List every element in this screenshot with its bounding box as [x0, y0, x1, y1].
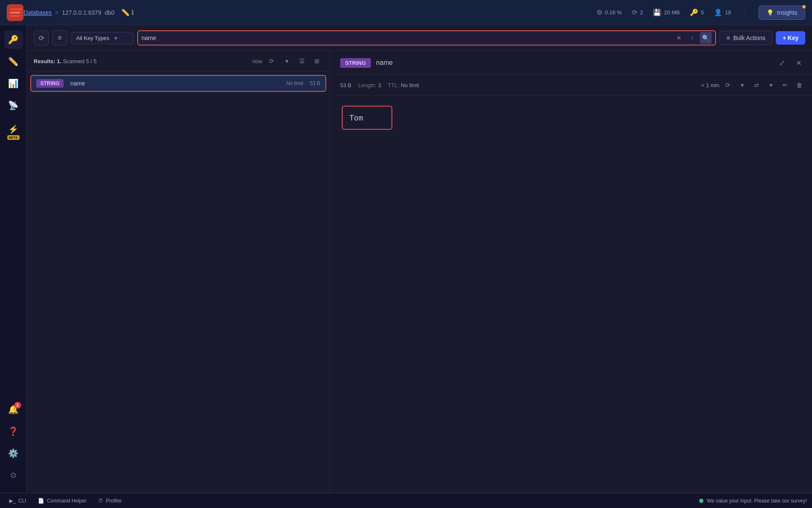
- connections-icon: ⟳: [632, 8, 637, 16]
- sidebar-item-settings[interactable]: ⚙️: [4, 444, 23, 463]
- command-helper-label: Command Helper: [47, 498, 86, 504]
- key-detail-actions: ⤢ ✕: [775, 56, 805, 70]
- header-actions: now ⟳ ▾ ☰ ⊞: [252, 55, 323, 67]
- list-refresh-button[interactable]: ⟳: [266, 55, 277, 67]
- stat-cpu: ⚙ 0.16 %: [596, 8, 622, 16]
- bulk-actions-button[interactable]: ≡ Bulk Actions: [719, 31, 772, 45]
- survey-message: We value your input. Please take our sur…: [699, 498, 807, 504]
- beta-badge: BETA: [7, 135, 19, 140]
- detail-copy-button[interactable]: ⇄: [751, 79, 762, 91]
- panel-divider[interactable]: ⋮: [330, 51, 333, 493]
- refresh-group: < 1 min ⟳ ▾ ⇄ ▾ ✏ 🗑: [701, 79, 805, 91]
- detail-copy-chevron[interactable]: ▾: [765, 79, 777, 91]
- profiler-label: Profiler: [106, 498, 122, 504]
- detail-delete-button[interactable]: 🗑: [793, 79, 805, 91]
- sidebar-bottom: 🔔 2 ❓ ⚙️ ⊙: [4, 400, 23, 488]
- key-type-select[interactable]: All Key Types ▾: [71, 32, 134, 44]
- detail-edit-button[interactable]: ✏: [779, 79, 791, 91]
- chevron-down-icon: ▾: [114, 35, 117, 41]
- svg-rect-2: [10, 12, 20, 13]
- bulk-actions-icon: ≡: [727, 35, 730, 41]
- user-icon: 👤: [714, 8, 722, 16]
- key-detail-panel: STRING name ⤢ ✕ 53 B Length: 3: [333, 51, 812, 493]
- command-helper-icon: 📄: [38, 498, 44, 504]
- edit-icon[interactable]: ✏️: [121, 8, 130, 16]
- command-helper-button[interactable]: 📄 Command Helper: [34, 496, 91, 505]
- sidebar-item-github[interactable]: ⊙: [4, 466, 23, 484]
- db-label: db0: [105, 9, 114, 16]
- detail-close-button[interactable]: ✕: [792, 56, 805, 70]
- key-ttl: No limit: [286, 80, 303, 86]
- commands-value: 18: [725, 9, 731, 16]
- key-list-header: Results: 1. Scanned 5 / 5 now ⟳ ▾ ☰ ⊞: [27, 51, 330, 72]
- cpu-icon: ⚙: [596, 8, 602, 16]
- meta-ttl: TTL: No limit: [388, 82, 419, 88]
- results-text: Results: 1. Scanned 5 / 5: [34, 58, 97, 64]
- sidebar-item-notifications[interactable]: 🔔 2: [4, 400, 23, 419]
- results-count: Results: 1.: [34, 58, 61, 64]
- search-input[interactable]: [141, 35, 673, 41]
- connections-value: 2: [640, 9, 643, 16]
- refresh-time: < 1 min: [701, 82, 719, 88]
- clear-search-button[interactable]: ✕: [673, 32, 685, 44]
- sidebar-item-pubsub[interactable]: 📡: [4, 96, 23, 115]
- refresh-icon-button[interactable]: ⟳: [34, 30, 49, 45]
- memory-value: 20 MB: [664, 9, 680, 16]
- key-detail-meta: 53 B Length: 3 TTL: No limit < 1 min ⟳: [333, 75, 812, 96]
- detail-refresh-button[interactable]: ⟳: [722, 79, 734, 91]
- add-key-label: + Key: [783, 35, 799, 41]
- length-label: Length:: [358, 82, 376, 88]
- key-type-badge: STRING: [36, 79, 64, 88]
- key-row[interactable]: STRING name No limit 53 B: [30, 75, 326, 92]
- insights-dot: [802, 5, 806, 8]
- key-detail-content: Tom: [333, 96, 812, 493]
- key-icon: 🔑: [690, 8, 698, 16]
- app-logo: [7, 4, 24, 21]
- meta-length: Length: 3: [358, 82, 381, 88]
- workbench-icon: ✏️: [8, 56, 19, 67]
- cli-label: CLI: [19, 498, 27, 504]
- cli-icon: ▶_: [9, 498, 16, 504]
- list-grid-button[interactable]: ⊞: [311, 55, 323, 67]
- size-value: 53 B: [340, 82, 351, 88]
- search-go-button[interactable]: 🔍: [700, 32, 712, 44]
- add-key-button[interactable]: + Key: [776, 31, 805, 45]
- info-icon[interactable]: ℹ: [131, 8, 134, 16]
- ttl-value: No limit: [401, 82, 419, 88]
- detail-refresh-chevron[interactable]: ▾: [736, 79, 748, 91]
- list-view-button[interactable]: ☰: [296, 55, 308, 67]
- timestamp: now: [252, 58, 262, 64]
- help-icon: ❓: [8, 426, 19, 436]
- sidebar-item-triggered[interactable]: ⚡ BETA: [4, 118, 23, 141]
- key-list-panel: Results: 1. Scanned 5 / 5 now ⟳ ▾ ☰ ⊞ ST…: [27, 51, 330, 493]
- insights-button[interactable]: 💡 Insights: [759, 5, 805, 20]
- top-nav: Databases > 127.0.0.1:6379 db0 ✏️ ℹ ⚙ 0.…: [0, 0, 812, 25]
- sidebar-item-workbench[interactable]: ✏️: [4, 52, 23, 71]
- stat-memory: 💾 20 MB: [653, 8, 680, 16]
- sidebar-item-help[interactable]: ❓: [4, 422, 23, 441]
- sidebar-item-analysis[interactable]: 📊: [4, 74, 23, 93]
- profiler-icon: ⏱: [98, 498, 103, 504]
- search-up-button[interactable]: ↑: [687, 32, 698, 44]
- memory-icon: 💾: [653, 8, 661, 16]
- detail-type-badge: STRING: [340, 58, 371, 68]
- profiler-button[interactable]: ⏱ Profiler: [94, 496, 126, 505]
- list-refresh-chevron[interactable]: ▾: [281, 55, 293, 67]
- triggered-icon: ⚡: [8, 124, 19, 134]
- db-icons: ✏️ ℹ: [121, 8, 134, 16]
- keys-icon: 🔑: [8, 35, 19, 45]
- length-value: 3: [378, 82, 381, 88]
- stat-connections: ⟳ 2: [632, 8, 643, 16]
- analysis-icon: 📊: [8, 78, 19, 88]
- sidebar-item-keys[interactable]: 🔑: [4, 30, 23, 49]
- github-icon: ⊙: [10, 471, 16, 480]
- split-panel: Results: 1. Scanned 5 / 5 now ⟳ ▾ ☰ ⊞ ST…: [27, 51, 812, 493]
- main-layout: 🔑 ✏️ 📊 📡 ⚡ BETA 🔔 2 ❓ ⚙️: [0, 25, 812, 493]
- filter-icon-button[interactable]: ≡: [52, 30, 67, 45]
- meta-size: 53 B: [340, 82, 351, 88]
- survey-text: We value your input. Please take our sur…: [707, 498, 807, 504]
- value-display[interactable]: Tom: [342, 106, 392, 130]
- cli-button[interactable]: ▶_ CLI: [5, 496, 30, 505]
- databases-link[interactable]: Databases: [24, 9, 52, 16]
- detail-fullscreen-button[interactable]: ⤢: [775, 56, 788, 70]
